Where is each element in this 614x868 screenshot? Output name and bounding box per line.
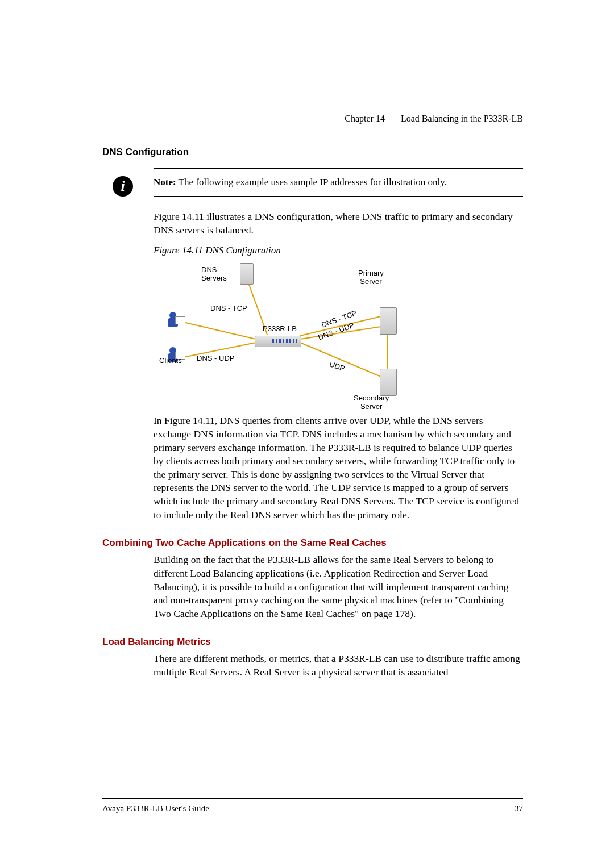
label-dns-udp-left: DNS - UDP (197, 354, 234, 362)
combining-body-paragraph: Building on the fact that the P333R-LB a… (154, 553, 523, 620)
section-heading-dns: DNS Configuration (102, 147, 523, 158)
section-heading-combining: Combining Two Cache Applications on the … (102, 537, 523, 549)
chapter-label: Chapter 14 (345, 114, 385, 123)
label-dns-servers: DNS Servers (201, 265, 227, 282)
label-dns-tcp-left: DNS - TCP (210, 304, 247, 312)
note-text-line: Note: The following example uses sample … (154, 177, 523, 188)
footer-page-number: 37 (515, 804, 523, 813)
figure-dns-configuration: DNS Servers Primary Server Secondary Ser… (154, 260, 415, 405)
header-rule (102, 131, 523, 131)
svg-line-0 (183, 322, 256, 339)
info-icon: i (113, 176, 133, 197)
intro-paragraph: Figure 14.11 illustrates a DNS configura… (154, 210, 523, 237)
client-icon-1 (167, 312, 184, 329)
note-label: Note: (154, 177, 176, 187)
chapter-title: Load Balancing in the P333R-LB (401, 114, 523, 123)
note-rule-bottom (154, 196, 523, 197)
footer-guide: Avaya P333R-LB User's Guide (102, 804, 209, 813)
page-header: Chapter 14 Load Balancing in the P333R-L… (345, 114, 523, 124)
note-text: The following example uses sample IP add… (179, 177, 447, 187)
switch-icon (255, 336, 301, 347)
content: DNS Configuration i Note: The following … (102, 147, 523, 679)
secondary-server-icon (380, 369, 397, 396)
page: Chapter 14 Load Balancing in the P333R-L… (0, 0, 614, 868)
dns-body-paragraph: In Figure 14.11, DNS queries from client… (154, 414, 523, 521)
dns-server-icon (240, 263, 254, 285)
note-block: i Note: The following example uses sampl… (102, 168, 523, 197)
label-secondary: Secondary Server (354, 394, 389, 411)
label-device: P333R-LB (263, 324, 297, 333)
section-heading-metrics: Load Balancing Metrics (102, 636, 523, 648)
label-primary: Primary Server (358, 269, 384, 286)
note-rule-top (154, 168, 523, 169)
page-footer: Avaya P333R-LB User's Guide 37 (102, 804, 523, 813)
footer-rule (102, 798, 523, 799)
metrics-body-paragraph: There are different methods, or metrics,… (154, 652, 523, 679)
primary-server-icon (380, 307, 397, 335)
figure-caption: Figure 14.11 DNS Configuration (154, 245, 523, 256)
label-clients: Clients (159, 356, 182, 365)
